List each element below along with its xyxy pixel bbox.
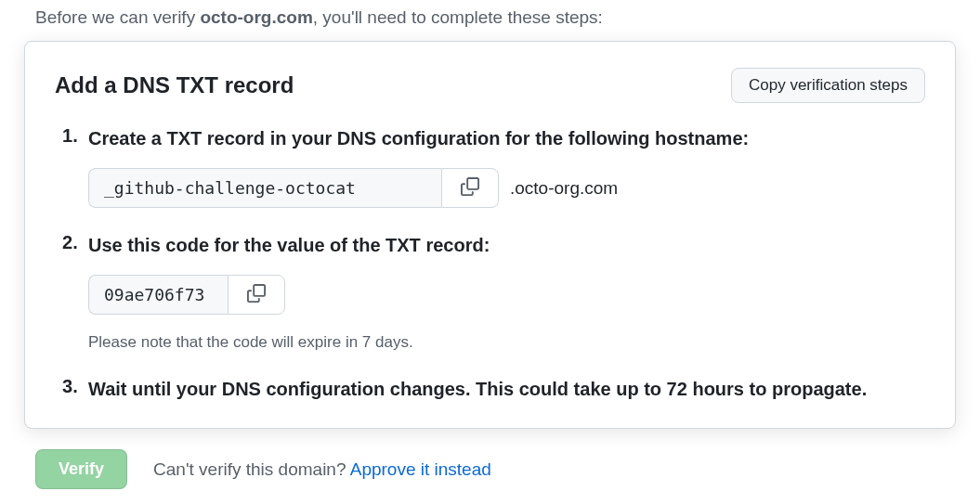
verify-button[interactable]: Verify [35,449,127,489]
step-2-title: Use this code for the value of the TXT r… [88,232,925,258]
intro-text: Before we can verify octo-org.com, you'l… [35,7,945,28]
dns-card: Add a DNS TXT record Copy verification s… [24,41,956,429]
hostname-row: .octo-org.com [88,168,925,208]
copy-code-button[interactable] [228,275,285,315]
copy-hostname-button[interactable] [441,168,499,208]
intro-domain: octo-org.com [200,7,312,27]
code-input[interactable] [88,275,228,315]
step-2: Use this code for the value of the TXT r… [55,232,925,352]
card-header: Add a DNS TXT record Copy verification s… [55,68,925,103]
step-3-title: Wait until your DNS configuration change… [88,376,925,402]
hostname-input[interactable] [88,168,441,208]
footer-row: Verify Can't verify this domain? Approve… [35,449,945,489]
hostname-suffix: .octo-org.com [510,178,618,199]
footer-text: Can't verify this domain? Approve it ins… [153,459,491,480]
copy-verification-steps-button[interactable]: Copy verification steps [731,68,925,103]
intro-suffix: , you'll need to complete these steps: [313,7,603,27]
code-group [88,275,285,315]
step-1: Create a TXT record in your DNS configur… [55,125,925,208]
expiry-note: Please note that the code will expire in… [88,333,925,352]
copy-icon [247,284,266,305]
step-1-title: Create a TXT record in your DNS configur… [88,125,925,151]
copy-icon [461,177,479,199]
step-3: Wait until your DNS configuration change… [55,376,925,402]
card-title: Add a DNS TXT record [55,72,294,98]
intro-prefix: Before we can verify [35,7,200,27]
footer-question: Can't verify this domain? [153,459,350,479]
code-row [88,275,925,315]
approve-link[interactable]: Approve it instead [350,459,491,479]
steps-list: Create a TXT record in your DNS configur… [55,125,925,402]
hostname-group [88,168,499,208]
